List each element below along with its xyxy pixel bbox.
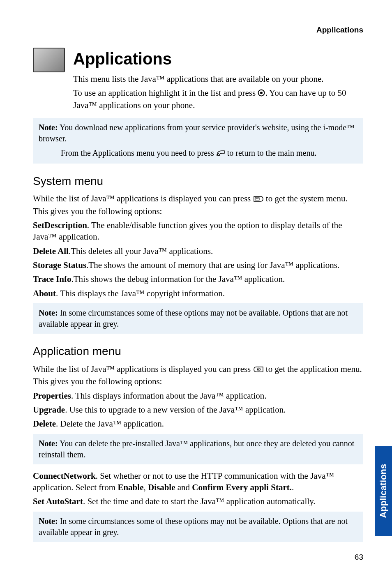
note3-label: Note: [39, 439, 58, 448]
storage-text: .The shows the amount of memory that are… [86, 260, 339, 270]
page-title: Applications [73, 48, 363, 70]
connectnetwork-line: ConnectNetwork. Set whether or not to us… [33, 470, 363, 494]
connect-confirm: Confirm Every appli Start. [192, 482, 292, 492]
upgrade-text: . Use this to upgrade to a new version o… [65, 405, 286, 415]
deleteall-line: Delete All.This deletes all your Java™ a… [33, 245, 363, 257]
connect-disable: Disable [148, 482, 175, 492]
connect-tail: . [292, 482, 294, 492]
setdescription-line: SetDescription. The enable/disable funct… [33, 219, 363, 243]
system-menu-intro: While the list of Java™ applications is … [33, 193, 363, 217]
intro-p2-part-a: To use an application highlight it in th… [73, 88, 258, 98]
running-head: Applications [33, 25, 363, 35]
note2-label: Note: [39, 308, 58, 317]
intro-paragraph-1: This menu lists the Java™ applications t… [73, 73, 363, 85]
setdescription-label: SetDescription [33, 220, 87, 230]
note1-line: Note: You download new applications from… [39, 122, 357, 144]
note-box-1: Note: You download new applications from… [33, 118, 363, 164]
autostart-text: . Set the time and date to start the Jav… [83, 496, 316, 506]
properties-line: Properties. This displays information ab… [33, 390, 363, 401]
about-line: About. This displays the Java™ copyright… [33, 288, 363, 299]
side-tab: Applications [375, 446, 392, 536]
navi-center-icon [258, 88, 265, 99]
storage-line: Storage Status.The shows the amount of m… [33, 259, 363, 271]
deleteall-label: Delete All [33, 246, 69, 256]
trace-line: Trace Info.This shows the debug informat… [33, 273, 363, 285]
upgrade-label: Upgrade [33, 405, 65, 415]
autostart-label: Set AutoStart [33, 496, 83, 506]
storage-label: Storage Status [33, 260, 86, 270]
intro-paragraph-2: To use an application highlight it in th… [73, 87, 363, 111]
page-number: 63 [355, 552, 363, 563]
note1-sub-b: to return to the main menu. [225, 148, 317, 157]
appmenu-intro: While the list of Java™ applications is … [33, 363, 363, 388]
note-box-2: Note: In some circumstances some of thes… [33, 303, 363, 334]
note1-sub-a: From the Applications menu you need to p… [61, 148, 216, 157]
note-box-3: Note: You can delete the pre-installed J… [33, 434, 363, 464]
svg-point-4 [258, 369, 259, 370]
side-tab-label: Applications [377, 464, 390, 518]
properties-text: . This displays information about the Ja… [71, 391, 267, 401]
deleteall-text: .This deletes all your Java™ application… [69, 246, 213, 256]
connect-sep1: , [143, 482, 148, 492]
about-label: About [33, 288, 56, 298]
note4-label: Note: [39, 517, 58, 526]
upgrade-line: Upgrade. Use this to upgrade to a new ve… [33, 404, 363, 415]
connectnetwork-label: ConnectNetwork [33, 471, 96, 481]
note4-text: In some circumstances some of these opti… [39, 517, 348, 537]
back-key-icon [216, 148, 225, 159]
note2-text: In some circumstances some of these opti… [39, 308, 348, 328]
svg-point-1 [260, 92, 263, 94]
note3-text: You can delete the pre-installed Java™ a… [39, 439, 354, 459]
note-box-4: Note: In some circumstances some of thes… [33, 512, 363, 542]
autostart-line: Set AutoStart. Set the time and date to … [33, 496, 363, 507]
section-thumbnail [33, 48, 65, 72]
delete-line: Delete. Delete the Java™ application. [33, 418, 363, 429]
properties-label: Properties [33, 391, 71, 401]
delete-text: . Delete the Java™ application. [56, 419, 164, 429]
connect-enable: Enable [118, 482, 143, 492]
about-text: . This displays the Java™ copyright info… [56, 288, 225, 298]
appmenu-p1a: While the list of Java™ applications is … [33, 364, 253, 374]
delete-label: Delete [33, 419, 56, 429]
trace-text: .This shows the debug information for th… [71, 274, 285, 284]
application-menu-heading: Application menu [33, 344, 363, 359]
note1-subline: From the Applications menu you need to p… [39, 148, 357, 159]
note1-text: You download new applications from your … [39, 123, 355, 143]
mail-softkey-icon [253, 194, 264, 205]
note1-label: Note: [39, 123, 58, 132]
system-p1a: While the list of Java™ applications is … [33, 194, 253, 203]
system-menu-heading: System menu [33, 173, 363, 189]
imode-softkey-icon [253, 364, 264, 376]
connect-sep2: and [175, 482, 192, 492]
trace-label: Trace Info [33, 274, 71, 284]
